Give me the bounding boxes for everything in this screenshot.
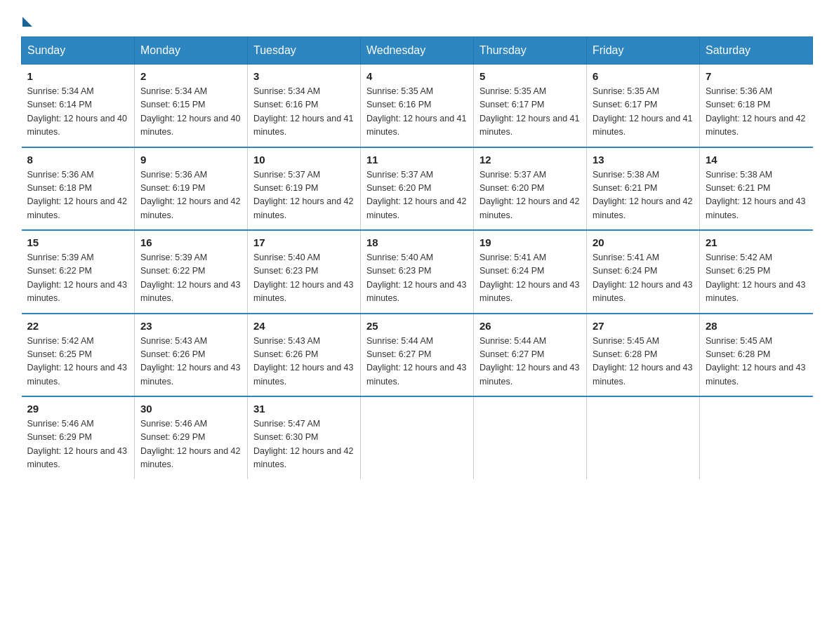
calendar-cell: 11 Sunrise: 5:37 AM Sunset: 6:20 PM Dayl… bbox=[361, 147, 474, 231]
day-number: 6 bbox=[593, 70, 694, 82]
calendar-table: SundayMondayTuesdayWednesdayThursdayFrid… bbox=[21, 36, 813, 479]
calendar-week-1: 8 Sunrise: 5:36 AM Sunset: 6:18 PM Dayli… bbox=[22, 147, 813, 231]
calendar-cell bbox=[587, 396, 700, 479]
calendar-header: SundayMondayTuesdayWednesdayThursdayFrid… bbox=[22, 37, 813, 65]
calendar-cell: 13 Sunrise: 5:38 AM Sunset: 6:21 PM Dayl… bbox=[587, 147, 700, 231]
day-info: Sunrise: 5:34 AM Sunset: 6:16 PM Dayligh… bbox=[253, 85, 355, 140]
calendar-cell: 29 Sunrise: 5:46 AM Sunset: 6:29 PM Dayl… bbox=[22, 396, 135, 479]
day-number: 11 bbox=[366, 154, 468, 166]
day-info: Sunrise: 5:47 AM Sunset: 6:30 PM Dayligh… bbox=[253, 417, 355, 472]
calendar-week-0: 1 Sunrise: 5:34 AM Sunset: 6:14 PM Dayli… bbox=[22, 65, 813, 147]
calendar-cell: 23 Sunrise: 5:43 AM Sunset: 6:26 PM Dayl… bbox=[135, 314, 248, 397]
header-row: SundayMondayTuesdayWednesdayThursdayFrid… bbox=[22, 37, 813, 65]
day-number: 27 bbox=[593, 320, 694, 332]
header-day-wednesday: Wednesday bbox=[361, 37, 474, 65]
day-info: Sunrise: 5:37 AM Sunset: 6:19 PM Dayligh… bbox=[253, 168, 355, 223]
calendar-cell bbox=[361, 396, 474, 479]
day-info: Sunrise: 5:36 AM Sunset: 6:18 PM Dayligh… bbox=[27, 168, 129, 223]
day-number: 14 bbox=[706, 154, 807, 166]
day-number: 12 bbox=[479, 154, 581, 166]
day-info: Sunrise: 5:36 AM Sunset: 6:18 PM Dayligh… bbox=[706, 85, 807, 140]
day-number: 30 bbox=[140, 403, 241, 415]
day-info: Sunrise: 5:37 AM Sunset: 6:20 PM Dayligh… bbox=[479, 168, 581, 223]
calendar-cell: 7 Sunrise: 5:36 AM Sunset: 6:18 PM Dayli… bbox=[700, 65, 813, 147]
day-number: 26 bbox=[479, 320, 581, 332]
day-info: Sunrise: 5:39 AM Sunset: 6:22 PM Dayligh… bbox=[27, 251, 129, 306]
day-number: 25 bbox=[366, 320, 468, 332]
calendar-cell: 22 Sunrise: 5:42 AM Sunset: 6:25 PM Dayl… bbox=[22, 314, 135, 397]
day-info: Sunrise: 5:46 AM Sunset: 6:29 PM Dayligh… bbox=[27, 417, 129, 472]
day-number: 10 bbox=[253, 154, 355, 166]
calendar-week-3: 22 Sunrise: 5:42 AM Sunset: 6:25 PM Dayl… bbox=[22, 314, 813, 397]
calendar-cell: 18 Sunrise: 5:40 AM Sunset: 6:23 PM Dayl… bbox=[361, 230, 474, 314]
day-number: 17 bbox=[253, 236, 355, 248]
day-number: 7 bbox=[706, 70, 807, 82]
day-info: Sunrise: 5:38 AM Sunset: 6:21 PM Dayligh… bbox=[593, 168, 694, 223]
day-info: Sunrise: 5:44 AM Sunset: 6:27 PM Dayligh… bbox=[479, 335, 581, 389]
day-number: 15 bbox=[27, 236, 129, 248]
day-info: Sunrise: 5:42 AM Sunset: 6:25 PM Dayligh… bbox=[706, 251, 807, 306]
logo bbox=[21, 14, 32, 24]
day-info: Sunrise: 5:43 AM Sunset: 6:26 PM Dayligh… bbox=[253, 335, 355, 389]
day-number: 19 bbox=[479, 236, 581, 248]
calendar-cell: 27 Sunrise: 5:45 AM Sunset: 6:28 PM Dayl… bbox=[587, 314, 700, 397]
calendar-cell: 20 Sunrise: 5:41 AM Sunset: 6:24 PM Dayl… bbox=[587, 230, 700, 314]
day-number: 8 bbox=[27, 154, 129, 166]
calendar-cell: 19 Sunrise: 5:41 AM Sunset: 6:24 PM Dayl… bbox=[474, 230, 587, 314]
day-info: Sunrise: 5:35 AM Sunset: 6:17 PM Dayligh… bbox=[479, 85, 581, 140]
calendar-cell: 21 Sunrise: 5:42 AM Sunset: 6:25 PM Dayl… bbox=[700, 230, 813, 314]
day-number: 23 bbox=[140, 320, 241, 332]
calendar-cell: 17 Sunrise: 5:40 AM Sunset: 6:23 PM Dayl… bbox=[248, 230, 361, 314]
day-number: 20 bbox=[593, 236, 694, 248]
day-info: Sunrise: 5:43 AM Sunset: 6:26 PM Dayligh… bbox=[140, 335, 241, 389]
day-info: Sunrise: 5:45 AM Sunset: 6:28 PM Dayligh… bbox=[706, 335, 807, 389]
day-number: 9 bbox=[140, 154, 241, 166]
calendar-cell bbox=[700, 396, 813, 479]
calendar-cell: 9 Sunrise: 5:36 AM Sunset: 6:19 PM Dayli… bbox=[135, 147, 248, 231]
day-info: Sunrise: 5:40 AM Sunset: 6:23 PM Dayligh… bbox=[253, 251, 355, 306]
day-number: 1 bbox=[27, 70, 129, 82]
calendar-cell: 2 Sunrise: 5:34 AM Sunset: 6:15 PM Dayli… bbox=[135, 65, 248, 147]
day-number: 16 bbox=[140, 236, 241, 248]
page-header bbox=[21, 14, 813, 24]
day-info: Sunrise: 5:42 AM Sunset: 6:25 PM Dayligh… bbox=[27, 335, 129, 389]
day-number: 21 bbox=[706, 236, 807, 248]
calendar-cell: 26 Sunrise: 5:44 AM Sunset: 6:27 PM Dayl… bbox=[474, 314, 587, 397]
day-info: Sunrise: 5:34 AM Sunset: 6:14 PM Dayligh… bbox=[27, 85, 129, 140]
header-day-thursday: Thursday bbox=[474, 37, 587, 65]
day-info: Sunrise: 5:45 AM Sunset: 6:28 PM Dayligh… bbox=[593, 335, 694, 389]
header-day-saturday: Saturday bbox=[700, 37, 813, 65]
day-info: Sunrise: 5:39 AM Sunset: 6:22 PM Dayligh… bbox=[140, 251, 241, 306]
calendar-cell: 12 Sunrise: 5:37 AM Sunset: 6:20 PM Dayl… bbox=[474, 147, 587, 231]
header-day-tuesday: Tuesday bbox=[248, 37, 361, 65]
day-number: 29 bbox=[27, 403, 129, 415]
day-info: Sunrise: 5:44 AM Sunset: 6:27 PM Dayligh… bbox=[366, 335, 468, 389]
header-day-sunday: Sunday bbox=[22, 37, 135, 65]
calendar-cell: 31 Sunrise: 5:47 AM Sunset: 6:30 PM Dayl… bbox=[248, 396, 361, 479]
calendar-week-2: 15 Sunrise: 5:39 AM Sunset: 6:22 PM Dayl… bbox=[22, 230, 813, 314]
calendar-cell: 5 Sunrise: 5:35 AM Sunset: 6:17 PM Dayli… bbox=[474, 65, 587, 147]
calendar-cell: 25 Sunrise: 5:44 AM Sunset: 6:27 PM Dayl… bbox=[361, 314, 474, 397]
day-info: Sunrise: 5:38 AM Sunset: 6:21 PM Dayligh… bbox=[706, 168, 807, 223]
calendar-cell bbox=[474, 396, 587, 479]
day-number: 5 bbox=[479, 70, 581, 82]
calendar-body: 1 Sunrise: 5:34 AM Sunset: 6:14 PM Dayli… bbox=[22, 65, 813, 479]
calendar-cell: 15 Sunrise: 5:39 AM Sunset: 6:22 PM Dayl… bbox=[22, 230, 135, 314]
day-info: Sunrise: 5:35 AM Sunset: 6:17 PM Dayligh… bbox=[593, 85, 694, 140]
day-info: Sunrise: 5:34 AM Sunset: 6:15 PM Dayligh… bbox=[140, 85, 241, 140]
day-number: 4 bbox=[366, 70, 468, 82]
day-number: 2 bbox=[140, 70, 241, 82]
calendar-cell: 30 Sunrise: 5:46 AM Sunset: 6:29 PM Dayl… bbox=[135, 396, 248, 479]
day-info: Sunrise: 5:41 AM Sunset: 6:24 PM Dayligh… bbox=[479, 251, 581, 306]
header-day-friday: Friday bbox=[587, 37, 700, 65]
day-number: 28 bbox=[706, 320, 807, 332]
day-info: Sunrise: 5:40 AM Sunset: 6:23 PM Dayligh… bbox=[366, 251, 468, 306]
day-number: 13 bbox=[593, 154, 694, 166]
calendar-cell: 4 Sunrise: 5:35 AM Sunset: 6:16 PM Dayli… bbox=[361, 65, 474, 147]
calendar-cell: 1 Sunrise: 5:34 AM Sunset: 6:14 PM Dayli… bbox=[22, 65, 135, 147]
day-number: 3 bbox=[253, 70, 355, 82]
calendar-cell: 24 Sunrise: 5:43 AM Sunset: 6:26 PM Dayl… bbox=[248, 314, 361, 397]
day-number: 22 bbox=[27, 320, 129, 332]
day-number: 18 bbox=[366, 236, 468, 248]
calendar-cell: 28 Sunrise: 5:45 AM Sunset: 6:28 PM Dayl… bbox=[700, 314, 813, 397]
